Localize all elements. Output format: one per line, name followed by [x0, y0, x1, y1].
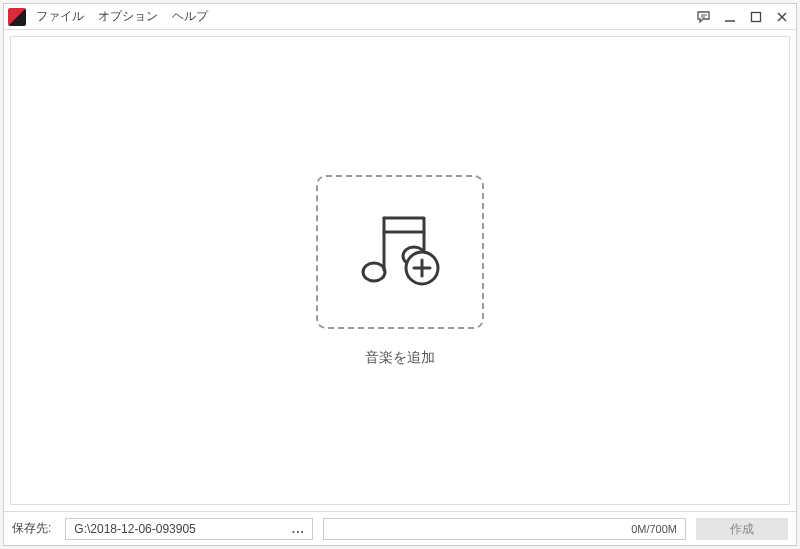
menu-file[interactable]: ファイル: [36, 8, 84, 25]
app-window: ファイル オプション ヘルプ: [3, 3, 797, 546]
create-button[interactable]: 作成: [696, 518, 788, 540]
main-content: 音楽を追加: [10, 36, 790, 505]
app-icon: [8, 8, 26, 26]
close-icon[interactable]: [774, 9, 790, 25]
svg-rect-1: [752, 12, 761, 21]
save-to-label: 保存先:: [12, 520, 51, 537]
feedback-icon[interactable]: [696, 9, 712, 25]
minimize-icon[interactable]: [722, 9, 738, 25]
add-music-dropzone[interactable]: [316, 175, 484, 329]
size-progress-text: 0M/700M: [631, 523, 677, 535]
menu-help[interactable]: ヘルプ: [172, 8, 208, 25]
menu-options[interactable]: オプション: [98, 8, 158, 25]
menu-bar: ファイル オプション ヘルプ: [36, 8, 208, 25]
svg-point-4: [363, 263, 385, 281]
add-music-area[interactable]: 音楽を追加: [316, 175, 484, 367]
titlebar: ファイル オプション ヘルプ: [4, 4, 796, 30]
music-add-icon: [346, 198, 454, 306]
maximize-icon[interactable]: [748, 9, 764, 25]
add-music-label: 音楽を追加: [365, 349, 435, 367]
bottom-bar: 保存先: G:\2018-12-06-093905 ... 0M/700M 作成: [4, 511, 796, 545]
save-path-field[interactable]: G:\2018-12-06-093905 ...: [65, 518, 313, 540]
browse-button[interactable]: ...: [288, 522, 308, 536]
window-controls: [696, 9, 790, 25]
save-path-text: G:\2018-12-06-093905: [74, 522, 288, 536]
size-progress: 0M/700M: [323, 518, 686, 540]
